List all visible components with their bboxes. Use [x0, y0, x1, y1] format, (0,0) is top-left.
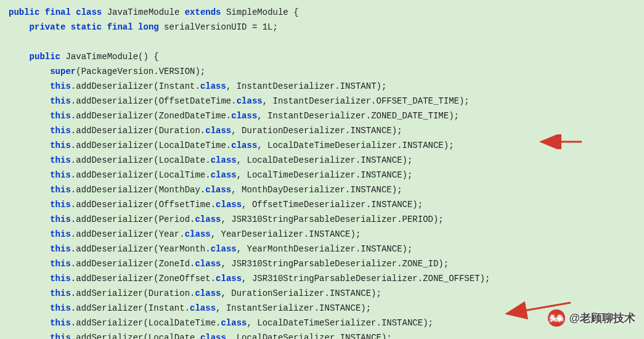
watermark: 头条 @老顾聊技术 [548, 309, 635, 327]
code-line: this.addDeserializer(ZoneId.class, JSR31… [9, 259, 449, 269]
code-line: this.addSerializer(Duration.class, Durat… [9, 288, 381, 298]
toutiao-logo-icon: 头条 [548, 309, 565, 327]
code-line: public JavaTimeModule() { [9, 52, 159, 62]
code-line: this.addDeserializer(Instant.class, Inst… [9, 81, 386, 91]
code-line: private static final long serialVersionU… [9, 22, 278, 32]
code-line: this.addDeserializer(OffsetDateTime.clas… [9, 96, 470, 106]
code-line: this.addSerializer(LocalDateTime.class, … [9, 318, 433, 328]
code-line: this.addDeserializer(LocalDate.class, Lo… [9, 155, 412, 165]
code-line: this.addDeserializer(LocalDateTime.class… [9, 141, 454, 150]
code-line: this.addDeserializer(Period.class, JSR31… [9, 214, 444, 224]
code-line: this.addDeserializer(ZoneOffset.class, J… [9, 274, 490, 284]
watermark-logo-text: 头条 [550, 311, 563, 325]
code-line: this.addDeserializer(OffsetTime.class, O… [9, 200, 423, 210]
code-line: this.addDeserializer(Year.class, YearDes… [9, 229, 361, 239]
code-block: public final class JavaTimeModule extend… [0, 0, 644, 339]
watermark-text: @老顾聊技术 [569, 311, 635, 325]
code-line: this.addDeserializer(ZonedDateTime.class… [9, 111, 459, 121]
code-line: this.addDeserializer(YearMonth.class, Ye… [9, 244, 412, 254]
code-line: this.addSerializer(Instant.class, Instan… [9, 303, 371, 313]
code-line: this.addDeserializer(MonthDay.class, Mon… [9, 185, 402, 195]
code-line: this.addSerializer(LocalDate.class, Loca… [9, 333, 392, 339]
code-line: super(PackageVersion.VERSION); [9, 67, 205, 76]
code-line: public final class JavaTimeModule extend… [9, 7, 299, 17]
code-line: this.addDeserializer(Duration.class, Dur… [9, 126, 402, 136]
code-line: this.addDeserializer(LocalTime.class, Lo… [9, 170, 412, 180]
